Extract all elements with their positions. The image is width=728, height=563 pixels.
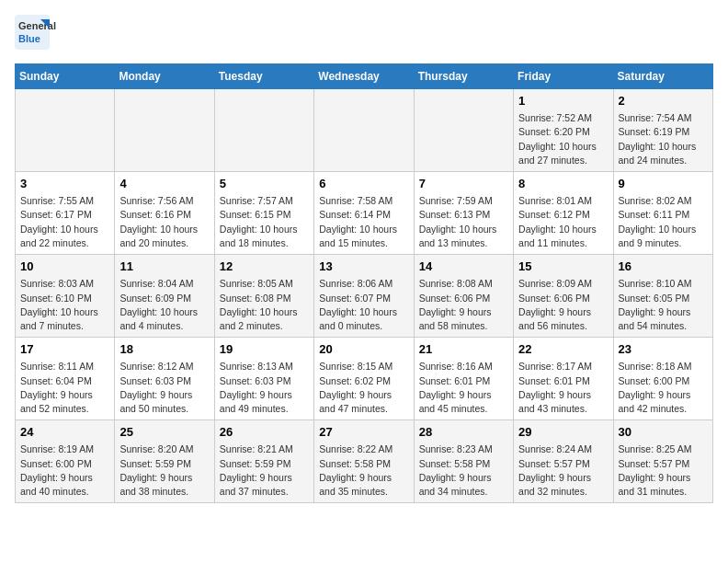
calendar-day-cell — [115, 89, 214, 172]
calendar-day-cell — [414, 89, 513, 172]
day-number: 2 — [619, 93, 708, 109]
calendar-day-cell: 22Sunrise: 8:17 AM Sunset: 6:01 PM Dayli… — [514, 338, 613, 420]
calendar-day-cell: 13Sunrise: 8:06 AM Sunset: 6:07 PM Dayli… — [314, 255, 414, 338]
day-number: 21 — [419, 341, 508, 358]
day-number: 28 — [419, 424, 508, 441]
day-info: Sunrise: 8:08 AM Sunset: 6:06 PM Dayligh… — [419, 277, 508, 333]
day-info: Sunrise: 8:06 AM Sunset: 6:07 PM Dayligh… — [319, 277, 408, 333]
day-info: Sunrise: 7:59 AM Sunset: 6:13 PM Dayligh… — [419, 194, 508, 250]
day-info: Sunrise: 8:24 AM Sunset: 5:57 PM Dayligh… — [518, 442, 608, 499]
day-info: Sunrise: 8:12 AM Sunset: 6:03 PM Dayligh… — [119, 360, 209, 416]
weekday-header-row: SundayMondayTuesdayWednesdayThursdayFrid… — [16, 64, 713, 89]
calendar-day-cell: 3Sunrise: 7:55 AM Sunset: 6:17 PM Daylig… — [16, 172, 115, 255]
calendar-day-cell: 1Sunrise: 7:52 AM Sunset: 6:20 PM Daylig… — [514, 89, 613, 172]
day-number: 16 — [619, 259, 708, 275]
day-info: Sunrise: 8:19 AM Sunset: 6:00 PM Dayligh… — [20, 442, 109, 499]
calendar-day-cell: 9Sunrise: 8:02 AM Sunset: 6:11 PM Daylig… — [613, 172, 712, 255]
day-number: 30 — [619, 424, 708, 441]
calendar-week-row: 24Sunrise: 8:19 AM Sunset: 6:00 PM Dayli… — [16, 420, 713, 503]
day-info: Sunrise: 8:15 AM Sunset: 6:02 PM Dayligh… — [319, 360, 408, 416]
day-info: Sunrise: 7:52 AM Sunset: 6:20 PM Dayligh… — [518, 111, 608, 167]
day-info: Sunrise: 8:18 AM Sunset: 6:00 PM Dayligh… — [619, 360, 708, 416]
day-number: 4 — [119, 176, 209, 192]
weekday-header: Tuesday — [214, 64, 313, 89]
day-info: Sunrise: 8:17 AM Sunset: 6:01 PM Dayligh… — [518, 360, 608, 416]
day-number: 18 — [119, 341, 209, 358]
calendar-day-cell: 16Sunrise: 8:10 AM Sunset: 6:05 PM Dayli… — [613, 255, 712, 338]
day-info: Sunrise: 8:09 AM Sunset: 6:06 PM Dayligh… — [518, 277, 608, 333]
day-number: 13 — [319, 259, 408, 275]
calendar-day-cell: 30Sunrise: 8:25 AM Sunset: 5:57 PM Dayli… — [613, 420, 712, 503]
day-info: Sunrise: 7:55 AM Sunset: 6:17 PM Dayligh… — [20, 194, 109, 250]
day-info: Sunrise: 8:25 AM Sunset: 5:57 PM Dayligh… — [619, 442, 708, 499]
calendar-day-cell: 14Sunrise: 8:08 AM Sunset: 6:06 PM Dayli… — [414, 255, 513, 338]
day-number: 24 — [20, 424, 109, 441]
calendar-day-cell: 19Sunrise: 8:13 AM Sunset: 6:03 PM Dayli… — [214, 338, 313, 420]
day-info: Sunrise: 8:03 AM Sunset: 6:10 PM Dayligh… — [20, 277, 109, 333]
calendar-day-cell: 4Sunrise: 7:56 AM Sunset: 6:16 PM Daylig… — [115, 172, 214, 255]
calendar-day-cell: 25Sunrise: 8:20 AM Sunset: 5:59 PM Dayli… — [115, 420, 214, 503]
day-number: 12 — [220, 259, 309, 275]
calendar-day-cell — [16, 89, 115, 172]
weekday-header: Thursday — [414, 64, 513, 89]
calendar-day-cell — [314, 89, 414, 172]
weekday-header: Friday — [514, 64, 613, 89]
day-info: Sunrise: 8:10 AM Sunset: 6:05 PM Dayligh… — [619, 277, 708, 333]
weekday-header: Saturday — [613, 64, 712, 89]
calendar-week-row: 1Sunrise: 7:52 AM Sunset: 6:20 PM Daylig… — [16, 89, 713, 172]
weekday-header: Wednesday — [314, 64, 414, 89]
day-info: Sunrise: 7:54 AM Sunset: 6:19 PM Dayligh… — [619, 111, 708, 167]
day-number: 10 — [20, 259, 109, 275]
weekday-header: Sunday — [16, 64, 115, 89]
svg-text:General: General — [18, 20, 56, 31]
day-number: 1 — [518, 93, 608, 109]
day-number: 26 — [220, 424, 309, 441]
day-info: Sunrise: 8:21 AM Sunset: 5:59 PM Dayligh… — [220, 442, 309, 499]
day-number: 5 — [220, 176, 309, 192]
calendar-day-cell: 11Sunrise: 8:04 AM Sunset: 6:09 PM Dayli… — [115, 255, 214, 338]
day-number: 9 — [619, 176, 708, 192]
day-info: Sunrise: 8:22 AM Sunset: 5:58 PM Dayligh… — [319, 442, 408, 499]
day-number: 22 — [518, 341, 608, 358]
calendar-day-cell: 6Sunrise: 7:58 AM Sunset: 6:14 PM Daylig… — [314, 172, 414, 255]
day-number: 14 — [419, 259, 508, 275]
day-number: 20 — [319, 341, 408, 358]
day-info: Sunrise: 7:58 AM Sunset: 6:14 PM Dayligh… — [319, 194, 408, 250]
day-info: Sunrise: 8:16 AM Sunset: 6:01 PM Dayligh… — [419, 360, 508, 416]
calendar-day-cell: 20Sunrise: 8:15 AM Sunset: 6:02 PM Dayli… — [314, 338, 414, 420]
calendar-week-row: 17Sunrise: 8:11 AM Sunset: 6:04 PM Dayli… — [16, 338, 713, 420]
day-info: Sunrise: 8:04 AM Sunset: 6:09 PM Dayligh… — [119, 277, 209, 333]
calendar-day-cell: 24Sunrise: 8:19 AM Sunset: 6:00 PM Dayli… — [16, 420, 115, 503]
calendar-day-cell: 26Sunrise: 8:21 AM Sunset: 5:59 PM Dayli… — [214, 420, 313, 503]
calendar-day-cell: 28Sunrise: 8:23 AM Sunset: 5:58 PM Dayli… — [414, 420, 513, 503]
day-number: 6 — [319, 176, 408, 192]
calendar-day-cell: 27Sunrise: 8:22 AM Sunset: 5:58 PM Dayli… — [314, 420, 414, 503]
logo-svg: General Blue — [15, 15, 88, 56]
calendar-day-cell: 5Sunrise: 7:57 AM Sunset: 6:15 PM Daylig… — [214, 172, 313, 255]
day-info: Sunrise: 8:11 AM Sunset: 6:04 PM Dayligh… — [20, 360, 109, 416]
day-number: 8 — [518, 176, 608, 192]
calendar-day-cell: 17Sunrise: 8:11 AM Sunset: 6:04 PM Dayli… — [16, 338, 115, 420]
day-info: Sunrise: 7:57 AM Sunset: 6:15 PM Dayligh… — [220, 194, 309, 250]
day-number: 25 — [119, 424, 209, 441]
calendar-week-row: 3Sunrise: 7:55 AM Sunset: 6:17 PM Daylig… — [16, 172, 713, 255]
day-number: 29 — [518, 424, 608, 441]
day-number: 19 — [220, 341, 309, 358]
day-number: 17 — [20, 341, 109, 358]
calendar-week-row: 10Sunrise: 8:03 AM Sunset: 6:10 PM Dayli… — [16, 255, 713, 338]
day-number: 15 — [518, 259, 608, 275]
calendar-table: SundayMondayTuesdayWednesdayThursdayFrid… — [15, 63, 713, 503]
calendar-day-cell: 21Sunrise: 8:16 AM Sunset: 6:01 PM Dayli… — [414, 338, 513, 420]
calendar-day-cell: 8Sunrise: 8:01 AM Sunset: 6:12 PM Daylig… — [514, 172, 613, 255]
calendar-day-cell: 29Sunrise: 8:24 AM Sunset: 5:57 PM Dayli… — [514, 420, 613, 503]
day-info: Sunrise: 8:13 AM Sunset: 6:03 PM Dayligh… — [220, 360, 309, 416]
svg-text:Blue: Blue — [18, 33, 40, 44]
day-info: Sunrise: 8:02 AM Sunset: 6:11 PM Dayligh… — [619, 194, 708, 250]
day-number: 27 — [319, 424, 408, 441]
calendar-day-cell: 2Sunrise: 7:54 AM Sunset: 6:19 PM Daylig… — [613, 89, 712, 172]
day-number: 11 — [119, 259, 209, 275]
day-number: 3 — [20, 176, 109, 192]
day-info: Sunrise: 8:20 AM Sunset: 5:59 PM Dayligh… — [119, 442, 209, 499]
calendar-day-cell: 18Sunrise: 8:12 AM Sunset: 6:03 PM Dayli… — [115, 338, 214, 420]
calendar-day-cell: 12Sunrise: 8:05 AM Sunset: 6:08 PM Dayli… — [214, 255, 313, 338]
